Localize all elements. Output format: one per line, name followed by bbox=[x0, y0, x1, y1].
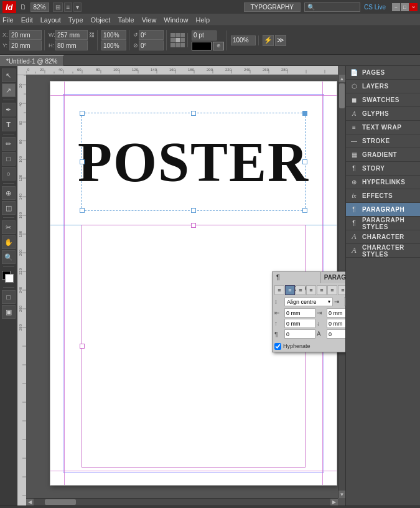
normal-view-btn[interactable]: □ bbox=[2, 290, 16, 304]
toolbox: ↖ ↗ ✒ T ✏ □ ○ ⊕ ◫ ✂ ✋ 🔍 □ ▣ bbox=[0, 66, 17, 506]
align-justify-right-btn[interactable]: ≡ bbox=[327, 285, 337, 295]
handle2-mid-left[interactable] bbox=[80, 344, 85, 349]
panel-item-effects[interactable]: fx EFFECTS bbox=[346, 189, 420, 203]
document-tab[interactable]: *Untitled-1 @ 82% bbox=[0, 55, 64, 66]
handle-top-right[interactable] bbox=[302, 111, 307, 116]
panel-item-character-styles[interactable]: A CHARACTER STYLES bbox=[346, 244, 420, 258]
space-after-input[interactable] bbox=[327, 319, 345, 328]
paragraph-panel-label: PARAGRAPH bbox=[362, 206, 404, 213]
panel-item-story[interactable]: ¶ STORY bbox=[346, 162, 420, 176]
direct-select-tool[interactable]: ↗ bbox=[2, 83, 16, 97]
handle-mid-right[interactable] bbox=[302, 159, 307, 164]
transform-btn[interactable]: ⚡ bbox=[263, 35, 274, 46]
maximize-btn[interactable]: □ bbox=[401, 3, 409, 11]
paragraph-styles-icon: ¶ bbox=[350, 219, 358, 228]
panel-item-pages[interactable]: 📄 PAGES bbox=[346, 66, 420, 80]
left-indent-input[interactable] bbox=[284, 308, 315, 318]
view-options-btn[interactable]: ▾ bbox=[73, 2, 82, 12]
ellipse-tool[interactable]: ○ bbox=[2, 167, 16, 181]
panel-item-layers[interactable]: ⬡ LAYERS bbox=[346, 80, 420, 93]
handle-bot-mid[interactable] bbox=[191, 208, 196, 213]
shear-input[interactable] bbox=[139, 40, 164, 50]
h-input[interactable] bbox=[55, 40, 88, 50]
panel-item-text-wrap[interactable]: ≡ TEXT WRAP bbox=[346, 121, 420, 134]
menu-object[interactable]: Object bbox=[91, 16, 111, 24]
panel-item-paragraph[interactable]: ¶ PARAGRAPH bbox=[346, 203, 420, 217]
text-frame[interactable]: POSTER bbox=[82, 113, 306, 211]
canvas-area: 0 20 40 60 80 100 120 140 160 180 200 22… bbox=[26, 66, 345, 506]
preview-btn[interactable]: ▣ bbox=[2, 305, 16, 319]
align-justify-left-btn[interactable]: ≡ bbox=[306, 285, 316, 295]
more-btn[interactable]: ≫ bbox=[275, 35, 286, 46]
minimize-btn[interactable]: − bbox=[392, 3, 400, 11]
cs-live-btn[interactable]: CS Live bbox=[364, 4, 386, 11]
handle-bot-right[interactable] bbox=[302, 208, 307, 213]
zoom-tool[interactable]: 🔍 bbox=[2, 250, 16, 264]
panel-item-stroke[interactable]: — STROKE bbox=[346, 134, 420, 148]
align-justify-center-btn[interactable]: ≡ bbox=[317, 285, 327, 295]
view-list-btn[interactable]: ≡ bbox=[64, 2, 73, 12]
menu-help[interactable]: Help bbox=[195, 16, 210, 24]
handle2-top-mid[interactable] bbox=[191, 223, 196, 228]
hyphenate-checkbox[interactable] bbox=[274, 343, 281, 350]
align-right-btn[interactable]: ≡ bbox=[296, 285, 306, 295]
panel-item-hyperlinks[interactable]: ⊕ HYPERLINKS bbox=[346, 176, 420, 189]
zoom-display[interactable]: 82% bbox=[30, 2, 49, 12]
transform-tool[interactable]: ⊕ bbox=[2, 186, 16, 200]
handle-bot-left[interactable] bbox=[80, 208, 85, 213]
hand-tool[interactable]: ✋ bbox=[2, 235, 16, 249]
panel-item-character[interactable]: A CHARACTER bbox=[346, 230, 420, 244]
drop-cap-chars-input[interactable] bbox=[327, 329, 345, 339]
space-before-input[interactable] bbox=[284, 319, 315, 328]
drop-cap-lines-input[interactable] bbox=[284, 329, 315, 339]
align-dropdown[interactable]: Align centre ▾ bbox=[284, 298, 333, 306]
w-input[interactable] bbox=[55, 30, 88, 40]
selection-tool[interactable]: ↖ bbox=[2, 68, 16, 82]
menu-layout[interactable]: Layout bbox=[40, 16, 61, 24]
view-mode-btn[interactable]: ⊞ bbox=[53, 2, 63, 12]
gradient-tool[interactable]: ◫ bbox=[2, 201, 16, 215]
menu-type[interactable]: Type bbox=[68, 16, 83, 24]
fill-color[interactable] bbox=[192, 42, 212, 50]
stroke-input[interactable] bbox=[192, 31, 217, 40]
menu-window[interactable]: Window bbox=[164, 16, 188, 24]
panel-item-paragraph-styles[interactable]: ¶ PARAGRAPH STYLES bbox=[346, 217, 420, 230]
indent-right-input[interactable] bbox=[344, 297, 345, 306]
y-input[interactable] bbox=[9, 40, 42, 50]
zoom-input[interactable] bbox=[231, 35, 256, 45]
handle-top-mid[interactable] bbox=[191, 111, 196, 116]
menu-edit[interactable]: Edit bbox=[21, 16, 33, 24]
paragraph-tab-text[interactable]: PARAGRAPH bbox=[320, 272, 345, 283]
scale-y-input[interactable] bbox=[101, 40, 126, 50]
x-input[interactable] bbox=[9, 30, 42, 40]
handle-mid-left[interactable] bbox=[80, 159, 85, 164]
handle-top-left[interactable] bbox=[80, 111, 85, 116]
paragraph-tab-symbol[interactable]: ¶ PARAGRAPH bbox=[273, 272, 320, 283]
right-indent-input[interactable] bbox=[327, 308, 345, 318]
rectangle-tool[interactable]: □ bbox=[2, 152, 16, 166]
rotate-input[interactable] bbox=[139, 30, 164, 40]
type-tool[interactable]: T bbox=[2, 118, 16, 131]
svg-text:100: 100 bbox=[113, 68, 120, 72]
panel-item-swatches[interactable]: ◼ SWATCHES bbox=[346, 93, 420, 107]
menu-table[interactable]: Table bbox=[118, 16, 134, 24]
pencil-tool[interactable]: ✏ bbox=[2, 137, 16, 151]
search-box[interactable]: 🔍 bbox=[304, 2, 360, 12]
top-bar: Id 🗋 82% ⊞ ≡ ▾ TYPOGRAPHY 🔍 CS Live − □ … bbox=[0, 0, 420, 14]
align-left-btn[interactable]: ≡ bbox=[274, 285, 284, 295]
scale-x-input[interactable] bbox=[101, 30, 126, 40]
workspace-button[interactable]: TYPOGRAPHY bbox=[244, 2, 301, 12]
align-center-btn[interactable]: ≡ bbox=[285, 285, 295, 295]
w-label: W: bbox=[49, 32, 55, 38]
align-justify-all-btn[interactable]: ≡ bbox=[338, 285, 345, 295]
menu-file[interactable]: File bbox=[2, 16, 14, 24]
panel-item-gradient[interactable]: ▦ GRADIENT bbox=[346, 148, 420, 162]
hscroll[interactable]: ◀ ▶ bbox=[26, 498, 338, 506]
h-label: H: bbox=[49, 42, 55, 49]
layers-label: LAYERS bbox=[362, 83, 389, 90]
scissors-tool[interactable]: ✂ bbox=[2, 220, 16, 234]
pen-tool[interactable]: ✒ bbox=[2, 103, 16, 116]
close-btn[interactable]: × bbox=[409, 3, 418, 11]
menu-view[interactable]: View bbox=[142, 16, 157, 24]
panel-item-glyphs[interactable]: A GLYPHS bbox=[346, 107, 420, 121]
